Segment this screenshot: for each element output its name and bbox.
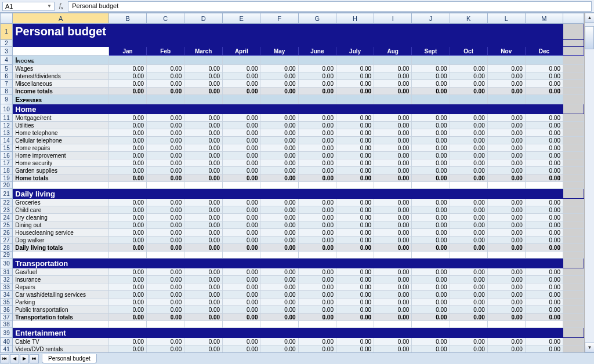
cell-value[interactable]: 0.00 (298, 299, 336, 306)
cell-value[interactable]: 0.00 (147, 291, 184, 299)
cell-value[interactable]: 0.00 (487, 137, 525, 144)
cell-value[interactable]: 0.00 (525, 144, 563, 152)
cell-value[interactable]: 0.00 (487, 174, 525, 182)
cell-value[interactable]: 0.00 (260, 65, 298, 72)
cell-value[interactable]: 0.00 (525, 167, 563, 174)
scroll-thumb[interactable] (585, 26, 594, 49)
cell-value[interactable]: 0.00 (336, 159, 374, 167)
cell-value[interactable]: 0.00 (184, 214, 223, 221)
cell-value[interactable]: 0.00 (336, 214, 374, 221)
cell-value[interactable]: 0.00 (260, 167, 298, 174)
cell-value[interactable]: 0.00 (412, 144, 450, 152)
cell-value[interactable]: 0.00 (184, 72, 223, 80)
cell-value[interactable]: 0.00 (412, 244, 450, 252)
cell-value[interactable]: 0.00 (525, 122, 563, 129)
cell-value[interactable]: 0.00 (260, 206, 298, 214)
cell-value[interactable]: 0.00 (487, 229, 525, 236)
cell-value[interactable]: 0.00 (336, 80, 374, 88)
cell-value[interactable]: 0.00 (260, 338, 298, 345)
cell-value[interactable]: 0.00 (260, 80, 298, 88)
row-header-37[interactable]: 37 (1, 314, 13, 321)
tab-next-icon[interactable]: ▶ (20, 354, 29, 363)
cell-value[interactable]: 0.00 (260, 345, 298, 353)
cell-value[interactable]: 0.00 (336, 299, 374, 306)
col-header-D[interactable]: D (184, 13, 223, 24)
cell-value[interactable]: 0.00 (184, 88, 223, 95)
cell-value[interactable]: 0.00 (147, 137, 184, 144)
cell-value[interactable]: 0.00 (147, 152, 184, 159)
cell-value[interactable]: 0.00 (298, 206, 336, 214)
cell-value[interactable]: 0.00 (450, 159, 487, 167)
cell-value[interactable]: 0.00 (298, 338, 336, 345)
cell-value[interactable]: 0.00 (450, 268, 487, 276)
cell-value[interactable]: 0.00 (147, 206, 184, 214)
cell-value[interactable]: 0.00 (487, 167, 525, 174)
cell-value[interactable]: 0.00 (450, 283, 487, 291)
cell-value[interactable]: 0.00 (298, 276, 336, 283)
cell-value[interactable]: 0.00 (298, 80, 336, 88)
cell-value[interactable]: 0.00 (260, 299, 298, 306)
cell-value[interactable]: 0.00 (223, 114, 260, 122)
cell-value[interactable]: 0.00 (184, 174, 223, 182)
cell-value[interactable]: 0.00 (487, 236, 525, 244)
cell-value[interactable]: 0.00 (336, 338, 374, 345)
cell-value[interactable]: 0.00 (525, 129, 563, 137)
cell-value[interactable]: 0.00 (336, 167, 374, 174)
cell-value[interactable]: 0.00 (412, 306, 450, 314)
cell-value[interactable]: 0.00 (147, 88, 184, 95)
cell-value[interactable]: 0.00 (260, 144, 298, 152)
cell-value[interactable]: 0.00 (487, 80, 525, 88)
cell-value[interactable]: 0.00 (336, 244, 374, 252)
cell-value[interactable]: 0.00 (260, 122, 298, 129)
cell-value[interactable]: 0.00 (487, 291, 525, 299)
cell-value[interactable]: 0.00 (147, 72, 184, 80)
cell-value[interactable]: 0.00 (223, 338, 260, 345)
cell-value[interactable]: 0.00 (184, 299, 223, 306)
cell-value[interactable]: 0.00 (487, 144, 525, 152)
cell-value[interactable]: 0.00 (147, 214, 184, 221)
cell-value[interactable]: 0.00 (525, 268, 563, 276)
row-header-12[interactable]: 12 (1, 122, 13, 129)
cell-value[interactable]: 0.00 (336, 268, 374, 276)
cell-value[interactable]: 0.00 (412, 229, 450, 236)
cell-value[interactable]: 0.00 (184, 199, 223, 206)
cell-value[interactable]: 0.00 (108, 80, 146, 88)
cell-value[interactable]: 0.00 (525, 236, 563, 244)
row-header-8[interactable]: 8 (1, 88, 13, 95)
cell-value[interactable]: 0.00 (223, 244, 260, 252)
cell-value[interactable]: 0.00 (298, 244, 336, 252)
cell-value[interactable]: 0.00 (525, 137, 563, 144)
row-header-14[interactable]: 14 (1, 137, 13, 144)
cell-value[interactable]: 0.00 (108, 152, 146, 159)
cell-value[interactable]: 0.00 (223, 122, 260, 129)
cell-value[interactable]: 0.00 (487, 345, 525, 353)
row-header-32[interactable]: 32 (1, 276, 13, 283)
cell-value[interactable]: 0.00 (260, 244, 298, 252)
row-header-16[interactable]: 16 (1, 152, 13, 159)
cell-value[interactable]: 0.00 (525, 88, 563, 95)
cell-value[interactable]: 0.00 (260, 129, 298, 137)
cell-value[interactable]: 0.00 (487, 299, 525, 306)
cell-value[interactable]: 0.00 (374, 291, 412, 299)
cell-value[interactable]: 0.00 (487, 214, 525, 221)
cell-value[interactable]: 0.00 (487, 159, 525, 167)
cell-value[interactable]: 0.00 (298, 174, 336, 182)
row-header-39[interactable]: 39 (1, 328, 13, 338)
cell-value[interactable]: 0.00 (336, 291, 374, 299)
row-header-41[interactable]: 41 (1, 345, 13, 353)
cell-value[interactable]: 0.00 (525, 306, 563, 314)
cell-value[interactable]: 0.00 (336, 276, 374, 283)
cell-value[interactable]: 0.00 (487, 122, 525, 129)
cell-value[interactable]: 0.00 (450, 206, 487, 214)
cell-value[interactable]: 0.00 (412, 299, 450, 306)
cell-value[interactable]: 0.00 (450, 199, 487, 206)
cell-value[interactable]: 0.00 (260, 199, 298, 206)
col-header-M[interactable]: M (525, 13, 563, 24)
cell-value[interactable]: 0.00 (336, 236, 374, 244)
cell-value[interactable]: 0.00 (184, 144, 223, 152)
cell-value[interactable]: 0.00 (336, 114, 374, 122)
cell-value[interactable]: 0.00 (147, 299, 184, 306)
cell-value[interactable]: 0.00 (108, 276, 146, 283)
cell-value[interactable]: 0.00 (487, 72, 525, 80)
cell-value[interactable]: 0.00 (412, 268, 450, 276)
